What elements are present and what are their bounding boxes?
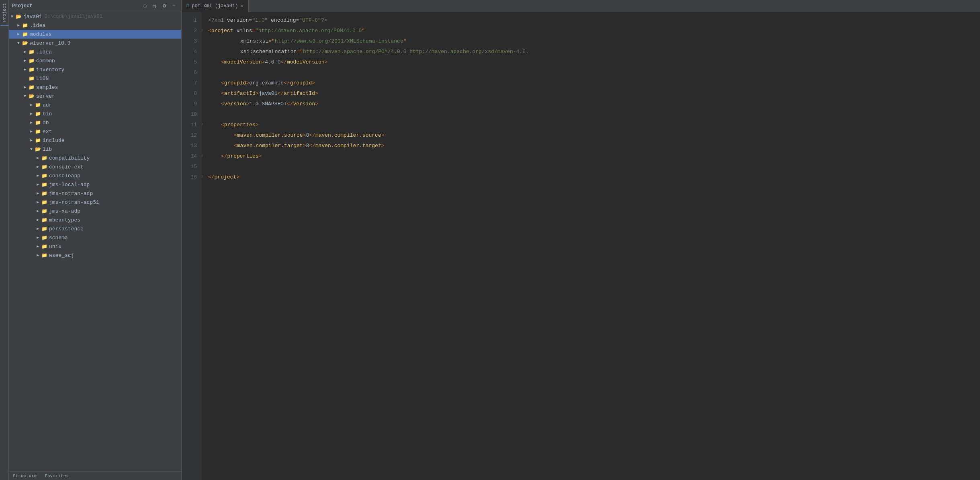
line-num-2: 2 [182, 26, 202, 36]
tree-item-schema[interactable]: ► 📁 schema [9, 233, 181, 242]
fold-11[interactable]: ▽ [202, 122, 205, 128]
code-line-16: ▽ </project> [208, 172, 980, 183]
tree-item-adr[interactable]: ► 📁 adr [9, 101, 181, 109]
tree-label-modules: modules [30, 31, 52, 37]
arrow-mbeantypes: ► [35, 217, 41, 223]
tree-label-lib: lib [43, 146, 52, 152]
arrow-jms-notran-adp: ► [35, 190, 41, 197]
tree-item-l10n[interactable]: ► 📁 L10N [9, 74, 181, 83]
tree-item-jms-notran-adp[interactable]: ► 📁 jms-notran-adp [9, 189, 181, 198]
tree-label-jms-xa-adp: jms-xa-adp [49, 208, 80, 214]
tree-label-idea1: .idea [30, 23, 45, 29]
code-line-6 [208, 68, 980, 78]
line-num-16: 16 [182, 172, 202, 183]
folder-icon-modules: 📁 [22, 31, 28, 37]
folder-icon-samples: 📁 [28, 84, 35, 90]
folder-icon-consoleapp: 📁 [41, 172, 47, 179]
tree-item-consoleapp[interactable]: ► 📁 consoleapp [9, 171, 181, 180]
tree-item-common[interactable]: ► 📁 common [9, 56, 181, 65]
code-line-11: ▽ <properties> [208, 120, 980, 130]
tree-item-inventory[interactable]: ► 📁 inventory [9, 65, 181, 74]
tree-label-console-ext: console-ext [49, 164, 84, 170]
line-num-8: 8 [182, 88, 202, 99]
code-line-7: <groupId>org.example</groupId> [208, 78, 980, 88]
code-line-4: xsi:schemaLocation="http://maven.apache.… [208, 47, 980, 57]
tree-item-lib[interactable]: ▼ 📂 lib [9, 145, 181, 154]
editor-content[interactable]: 1 2 3 4 5 6 7 8 9 10 11 12 13 14 15 16 <… [182, 12, 980, 480]
line-num-7: 7 [182, 78, 202, 88]
code-line-15 [208, 162, 980, 172]
tree-label-server: server [36, 93, 55, 99]
tree-label-inventory: inventory [36, 67, 64, 73]
line-num-3: 3 [182, 36, 202, 47]
tree-item-idea2[interactable]: ► 📁 .idea [9, 47, 181, 56]
arrow-adr: ► [28, 102, 35, 108]
tree-item-jms-local-adp[interactable]: ► 📁 jms-local-adp [9, 180, 181, 189]
tree-item-ext[interactable]: ► 📁 ext [9, 127, 181, 136]
arrow-jms-xa-adp: ► [35, 208, 41, 214]
code-line-2: ▽ <project xmlns="http://maven.apache.or… [208, 26, 980, 36]
code-text-1: <?xml [208, 16, 227, 25]
folder-icon-java01: 📂 [15, 13, 22, 20]
folder-icon-persistence: 📁 [41, 226, 47, 232]
tree-item-wlserver[interactable]: ▼ 📂 wlserver_10.3 [9, 39, 181, 47]
tree-label-bin: bin [43, 111, 52, 117]
collapse-icon[interactable]: − [170, 2, 178, 10]
tree-item-server[interactable]: ▼ 📂 server [9, 92, 181, 101]
folder-icon-schema: 📁 [41, 234, 47, 241]
project-tab-label[interactable]: Project [0, 0, 8, 26]
folder-icon-jms-local-adp: 📁 [41, 181, 47, 188]
line-num-6: 6 [182, 68, 202, 78]
folder-icon-idea2: 📁 [28, 49, 35, 55]
editor-tab-pom[interactable]: m pom.xml (java01) ✕ [182, 0, 249, 12]
folder-icon-unix: 📁 [41, 243, 47, 250]
sort-icon[interactable]: ⇅ [151, 2, 159, 10]
tree-item-idea1[interactable]: ► 📁 .idea [9, 21, 181, 30]
folder-icon-lib: 📂 [35, 146, 41, 152]
folder-icon-wsee-scj: 📁 [41, 252, 47, 258]
fold-16[interactable]: ▽ [202, 174, 205, 181]
code-attr-version: version [227, 16, 249, 25]
line-num-15: 15 [182, 162, 202, 172]
tab-label-pom: pom.xml (java01) [192, 3, 238, 9]
tree-item-include[interactable]: ► 📁 include [9, 136, 181, 145]
folder-icon-adr: 📁 [35, 102, 41, 108]
tree-item-bin[interactable]: ► 📁 bin [9, 109, 181, 118]
fold-2[interactable]: ▽ [202, 28, 205, 34]
folder-icon-server: 📂 [28, 93, 35, 99]
tree-label-db: db [43, 120, 49, 126]
code-line-12: <maven.compiler.source>8</maven.compiler… [208, 130, 980, 141]
tree-item-persistence[interactable]: ► 📁 persistence [9, 224, 181, 233]
arrow-jms-notran-adp51: ► [35, 199, 41, 205]
sidebar-title: Project [12, 3, 32, 9]
code-line-10 [208, 109, 980, 120]
tab-close-pom[interactable]: ✕ [240, 3, 243, 9]
tree-item-compatibility[interactable]: ► 📁 compatibility [9, 154, 181, 162]
tree-path-java01: D:\code\java1\java01 [45, 14, 102, 19]
tree-item-modules[interactable]: ► 📁 modules [9, 30, 181, 39]
tree-item-java01[interactable]: ▼ 📂 java01 D:\code\java1\java01 [9, 12, 181, 21]
tree-item-unix[interactable]: ► 📁 unix [9, 242, 181, 251]
folder-icon-jms-xa-adp: 📁 [41, 208, 47, 214]
tree-label-idea2: .idea [36, 49, 52, 55]
tree-label-persistence: persistence [49, 226, 84, 232]
settings-icon[interactable]: ⚙ [160, 2, 168, 10]
tree-item-samples[interactable]: ► 📁 samples [9, 83, 181, 92]
locate-icon[interactable]: ☉ [141, 2, 149, 10]
structure-tab[interactable]: Structure [9, 472, 41, 480]
tree-label-jms-local-adp: jms-local-adp [49, 182, 90, 188]
arrow-schema: ► [35, 234, 41, 241]
tree-item-jms-notran-adp51[interactable]: ► 📁 jms-notran-adp51 [9, 198, 181, 207]
code-line-3: xmlns:xsi="http://www.w3.org/2001/XMLSch… [208, 36, 980, 47]
tree-label-unix: unix [49, 244, 61, 250]
tree-item-mbeantypes[interactable]: ► 📁 mbeantypes [9, 215, 181, 224]
line-num-1: 1 [182, 15, 202, 26]
arrow-java01: ▼ [9, 13, 15, 20]
tree-label-adr: adr [43, 102, 52, 108]
fold-14[interactable]: ▽ [202, 153, 205, 160]
tree-item-db[interactable]: ► 📁 db [9, 118, 181, 127]
tree-item-wsee-scj[interactable]: ► 📁 wsee_scj [9, 251, 181, 260]
tree-item-jms-xa-adp[interactable]: ► 📁 jms-xa-adp [9, 207, 181, 215]
tree-item-console-ext[interactable]: ► 📁 console-ext [9, 162, 181, 171]
favorites-tab[interactable]: Favorites [41, 472, 72, 480]
